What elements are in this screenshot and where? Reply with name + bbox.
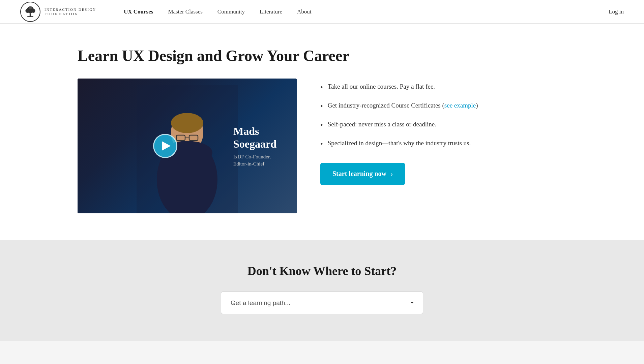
nav-item-ux-courses[interactable]: UX Courses bbox=[116, 8, 160, 15]
svg-point-3 bbox=[25, 9, 29, 13]
start-learning-button[interactable]: Start learning now › bbox=[320, 163, 405, 185]
nav-item-master-classes[interactable]: Master Classes bbox=[160, 8, 210, 15]
logo-line2: FOUNDATION bbox=[45, 12, 96, 16]
benefit-text-3: Self-paced: never miss a class or deadli… bbox=[328, 120, 436, 129]
hero-title: Learn UX Design and Grow Your Career bbox=[78, 47, 566, 65]
person-name: MadsSoegaard bbox=[233, 125, 276, 151]
benefit-text-1: Take all our online courses. Pay a flat … bbox=[328, 82, 435, 92]
benefit-item-3: Self-paced: never miss a class or deadli… bbox=[320, 120, 566, 130]
login-button[interactable]: Log in bbox=[609, 8, 624, 15]
logo-icon bbox=[20, 2, 40, 22]
nav-item-community[interactable]: Community bbox=[210, 8, 252, 15]
lower-section: Don't Know Where to Start? Get a learnin… bbox=[0, 240, 644, 341]
cta-chevron-icon: › bbox=[390, 170, 393, 178]
cta-button-label: Start learning now bbox=[332, 170, 386, 178]
benefits-list: Take all our online courses. Pay a flat … bbox=[320, 82, 566, 149]
hero-section: Learn UX Design and Grow Your Career bbox=[0, 24, 644, 240]
benefit-item-1: Take all our online courses. Pay a flat … bbox=[320, 82, 566, 93]
svg-point-5 bbox=[29, 6, 32, 9]
person-silhouette bbox=[137, 85, 238, 213]
benefit-item-2: Get industry-recognized Course Certifica… bbox=[320, 101, 566, 112]
svg-point-4 bbox=[31, 9, 35, 13]
nav-item-literature[interactable]: Literature bbox=[252, 8, 290, 15]
see-example-link[interactable]: see example bbox=[444, 102, 476, 109]
hero-content: MadsSoegaard IxDF Co-Founder,Editor-in-C… bbox=[78, 79, 566, 213]
lower-section-title: Don't Know Where to Start? bbox=[67, 264, 577, 278]
logo-text: INTERACTION DESIGN FOUNDATION bbox=[45, 7, 96, 16]
video-background: MadsSoegaard IxDF Co-Founder,Editor-in-C… bbox=[78, 79, 297, 213]
svg-point-9 bbox=[171, 113, 203, 133]
nav-item-about[interactable]: About bbox=[290, 8, 319, 15]
person-title: IxDF Co-Founder,Editor-in-Chief bbox=[233, 153, 276, 167]
learning-path-wrapper: Get a learning path... UX Design UI Desi… bbox=[221, 292, 423, 314]
logo-link[interactable]: INTERACTION DESIGN FOUNDATION bbox=[20, 2, 96, 22]
benefits-area: Take all our online courses. Pay a flat … bbox=[320, 79, 566, 185]
benefit-text-4: Specialized in design—that's why the ind… bbox=[328, 139, 471, 148]
benefit-item-4: Specialized in design—that's why the ind… bbox=[320, 139, 566, 149]
learning-path-select[interactable]: Get a learning path... UX Design UI Desi… bbox=[221, 292, 423, 314]
svg-rect-1 bbox=[27, 16, 33, 17]
svg-rect-0 bbox=[30, 13, 31, 17]
main-nav: UX Courses Master Classes Community Lite… bbox=[116, 8, 609, 15]
site-header: INTERACTION DESIGN FOUNDATION UX Courses… bbox=[0, 0, 644, 24]
video-play-button[interactable] bbox=[153, 134, 177, 158]
benefit-text-2: Get industry-recognized Course Certifica… bbox=[328, 101, 478, 111]
video-overlay: MadsSoegaard IxDF Co-Founder,Editor-in-C… bbox=[233, 125, 276, 168]
video-thumbnail[interactable]: MadsSoegaard IxDF Co-Founder,Editor-in-C… bbox=[78, 79, 297, 213]
logo-line1: INTERACTION DESIGN bbox=[45, 7, 96, 11]
logo-svg bbox=[23, 4, 38, 19]
